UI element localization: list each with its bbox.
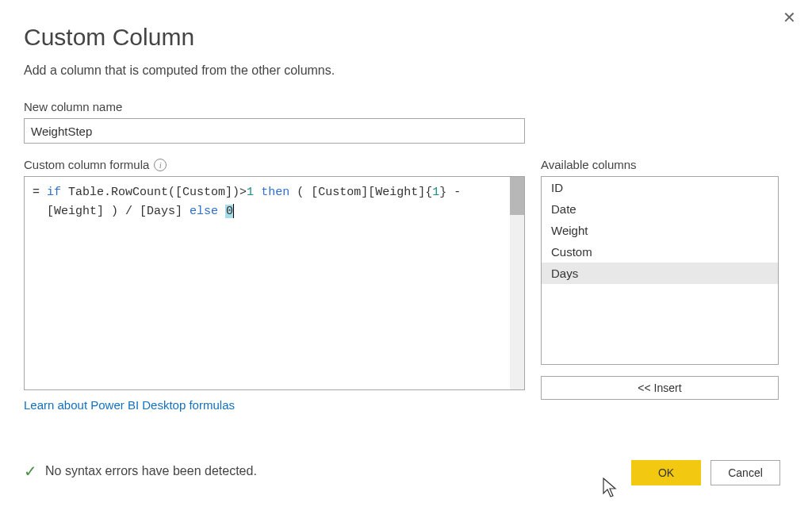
formula-label-text: Custom column formula [24, 158, 149, 171]
dialog-footer: OK Cancel [631, 460, 780, 485]
list-item[interactable]: Weight [542, 220, 778, 241]
info-icon[interactable]: i [154, 159, 167, 171]
formula-label: Custom column formula i [24, 158, 525, 171]
column-name-input[interactable] [24, 118, 525, 144]
available-columns-list[interactable]: ID Date Weight Custom Days [541, 176, 779, 365]
learn-formulas-link[interactable]: Learn about Power BI Desktop formulas [24, 398, 235, 412]
formula-input[interactable]: = if Table.RowCount([Custom])>1 then ( [… [24, 176, 525, 390]
scrollbar-thumb[interactable] [510, 177, 524, 215]
insert-button[interactable]: << Insert [541, 376, 779, 400]
list-item[interactable]: ID [542, 177, 778, 198]
dialog-title: Custom Column [24, 24, 780, 51]
formula-scrollbar[interactable] [510, 177, 524, 389]
status-bar: ✓ No syntax errors have been detected. [24, 462, 257, 481]
mouse-cursor-icon [603, 478, 619, 498]
custom-column-dialog: ✕ Custom Column Add a column that is com… [0, 0, 812, 514]
available-columns-label: Available columns [541, 158, 780, 171]
close-icon[interactable]: ✕ [783, 8, 796, 27]
status-message: No syntax errors have been detected. [45, 464, 257, 478]
cancel-button[interactable]: Cancel [710, 460, 780, 485]
column-name-label: New column name [24, 100, 780, 113]
ok-button[interactable]: OK [631, 460, 701, 485]
list-item[interactable]: Custom [542, 241, 778, 263]
list-item[interactable]: Days [542, 263, 778, 284]
dialog-subtitle: Add a column that is computed from the o… [24, 63, 780, 78]
list-item[interactable]: Date [542, 198, 778, 220]
text-cursor [233, 204, 234, 218]
check-icon: ✓ [24, 462, 37, 481]
